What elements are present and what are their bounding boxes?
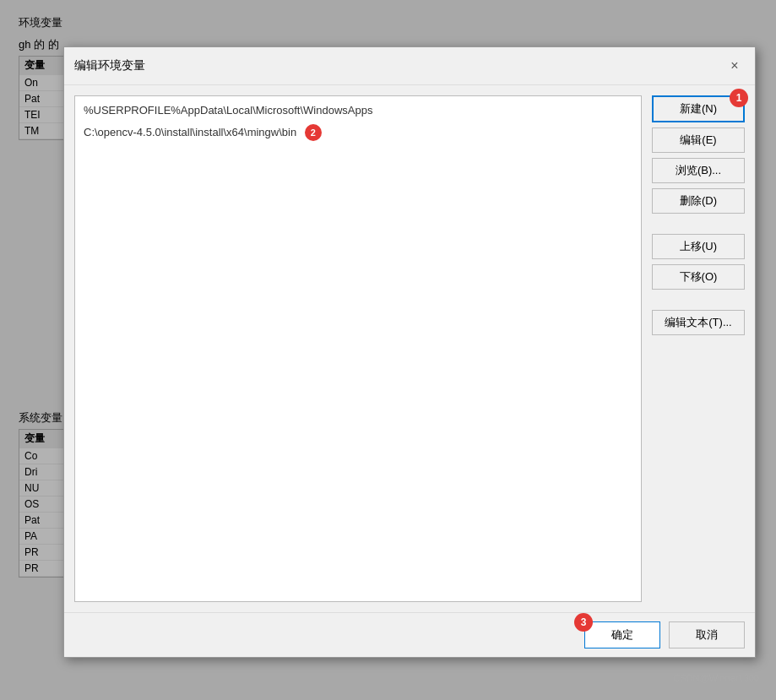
move-up-button[interactable]: 上移(U) xyxy=(652,234,745,259)
ok-badge: 3 xyxy=(574,613,593,632)
edit-text-button[interactable]: 编辑文本(T)... xyxy=(652,310,745,335)
item-badge: 2 xyxy=(305,124,322,141)
dialog-footer: 3 确定 取消 xyxy=(64,612,755,657)
move-down-button[interactable]: 下移(O) xyxy=(652,264,745,290)
dialog-title: 编辑环境变量 xyxy=(74,58,145,73)
dialog-titlebar: 编辑环境变量 × xyxy=(64,47,755,85)
cancel-button[interactable]: 取消 xyxy=(669,621,745,648)
ok-button[interactable]: 确定 xyxy=(584,621,660,648)
edit-button[interactable]: 编辑(E) xyxy=(652,128,745,153)
list-item-0[interactable]: %USERPROFILE%AppData\Local\Microsoft\Win… xyxy=(79,100,638,122)
new-badge: 1 xyxy=(730,89,748,107)
close-button[interactable]: × xyxy=(724,56,745,76)
env-list-area[interactable]: %USERPROFILE%AppData\Local\Microsoft\Win… xyxy=(74,95,642,602)
delete-button[interactable]: 删除(D) xyxy=(652,188,745,214)
watermark: CSDN@Winner1300 xyxy=(673,673,759,683)
edit-env-dialog: 编辑环境变量 × %USERPROFILE%AppData\Local\Micr… xyxy=(63,46,756,658)
buttons-panel: 新建(N) 1 编辑(E) 浏览(B)... 删除(D) 上移(U) 下移(O)… xyxy=(652,95,745,602)
dialog-body: %USERPROFILE%AppData\Local\Microsoft\Win… xyxy=(64,85,755,612)
browse-button[interactable]: 浏览(B)... xyxy=(652,158,745,183)
list-item-1[interactable]: C:\opencv-4.5.0\install\install\x64\ming… xyxy=(79,122,638,144)
